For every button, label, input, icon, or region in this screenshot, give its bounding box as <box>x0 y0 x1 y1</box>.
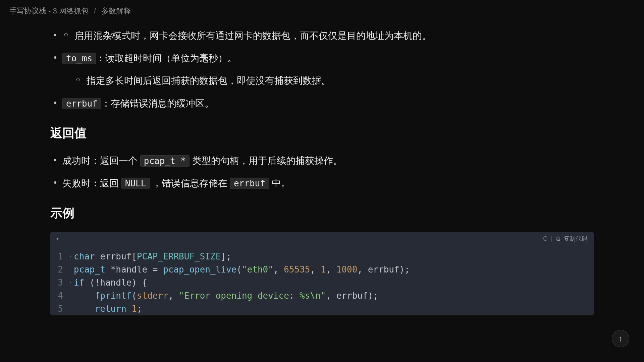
code-line: 5 return 1; <box>50 302 594 315</box>
fold-marker-icon[interactable]: ▾ <box>69 276 74 289</box>
token-punc: { <box>137 278 147 288</box>
section-heading-return: 返回值 <box>50 122 594 144</box>
inline-code: errbuf <box>230 178 269 189</box>
inline-code: NULL <box>121 178 150 189</box>
line-number: 1 <box>50 250 69 263</box>
line-number: 2 <box>50 263 69 276</box>
code-line: 1 ▾ char errbuf[PCAP_ERRBUF_SIZE]; <box>50 250 594 263</box>
text: 类型的句柄，用于后续的捕获操作。 <box>190 156 342 166</box>
token-punc: ( <box>131 291 137 301</box>
token-punc: ( <box>236 264 242 275</box>
code-line: 2 pcap_t *handle = pcap_open_live("eth0"… <box>50 263 594 276</box>
copy-icon[interactable]: ⧉ <box>556 233 560 244</box>
token-punc: * <box>105 264 116 275</box>
token-punc: ; <box>137 304 142 314</box>
collapse-toggle-icon[interactable]: ▾ <box>56 234 59 243</box>
token-punc: ) <box>131 278 137 288</box>
text: ：存储错误消息的缓冲区。 <box>101 98 214 109</box>
list-item: 指定多长时间后返回捕获的数据包，即使没有捕获到数据。 <box>62 72 594 89</box>
arrow-up-icon: ↑ <box>619 334 623 343</box>
token-ident: errbuf <box>336 291 368 301</box>
list-item: 失败时：返回 NULL ，错误信息存储在 errbuf 中。 <box>50 174 594 192</box>
breadcrumb: 手写协议栈 - 3.网络抓包 / 参数解释 <box>0 0 644 22</box>
article-content: 启用混杂模式时，网卡会接收所有通过网卡的数据包，而不仅仅是目的地址为本机的。 t… <box>0 27 644 315</box>
inline-code: to_ms <box>62 53 96 64</box>
token-type: pcap_t <box>74 264 105 275</box>
section-heading-example: 示例 <box>50 202 594 225</box>
code-language-label: C <box>543 233 547 244</box>
fold-marker-icon[interactable]: ▾ <box>69 250 74 263</box>
token-func: pcap_open_live <box>163 264 236 275</box>
inline-code: errbuf <box>62 98 101 109</box>
token-const: PCAP_ERRBUF_SIZE <box>137 251 221 261</box>
token-num: 65535 <box>284 264 310 275</box>
token-ident: handle <box>100 278 131 288</box>
breadcrumb-link-1[interactable]: 手写协议栈 - 3.网络抓包 <box>9 7 89 15</box>
token-space <box>126 304 132 314</box>
token-string: "Error opening device: %s\n" <box>179 291 326 301</box>
token-punc: , <box>310 264 320 275</box>
token-indent <box>74 291 95 301</box>
token-indent <box>74 304 95 314</box>
list-item: errbuf：存储错误消息的缓冲区。 <box>50 95 594 112</box>
token-string: "eth0" <box>242 264 273 275</box>
code-block-header: ▾ C | ⧉ 复制代码 <box>50 232 594 246</box>
token-num: 1 <box>131 304 137 314</box>
token-punc: , <box>326 264 336 275</box>
token-punc: , <box>326 291 336 301</box>
code-block: ▾ C | ⧉ 复制代码 1 ▾ char errbuf[PCAP_ERRBUF… <box>50 232 594 315</box>
line-number: 5 <box>50 302 69 315</box>
token-ident: errbuf <box>368 264 399 275</box>
token-ident: handle <box>116 264 147 275</box>
text: 成功时：返回一个 <box>62 156 140 166</box>
breadcrumb-link-2[interactable]: 参数解释 <box>101 7 131 15</box>
code-line: 3 ▾ if (!handle) { <box>50 276 594 289</box>
token-space <box>84 278 90 288</box>
breadcrumb-separator: / <box>94 7 96 15</box>
token-punc: = <box>147 264 163 275</box>
text: ，错误信息存储在 <box>150 178 230 188</box>
token-punc: ); <box>399 264 410 275</box>
token-func: fprintf <box>95 291 132 301</box>
token-ident: errbuf <box>95 251 132 261</box>
token-num: 1000 <box>336 264 358 275</box>
text: ：读取超时时间（单位为毫秒）。 <box>96 53 237 63</box>
scroll-to-top-button[interactable]: ↑ <box>612 330 629 347</box>
line-number: 4 <box>50 289 69 302</box>
token-num: 1 <box>321 264 326 275</box>
inline-code: pcap_t * <box>140 155 190 167</box>
token-punc: , <box>273 264 284 275</box>
token-punc: ]; <box>221 251 231 261</box>
token-keyword: return <box>95 304 126 314</box>
token-punc: ( <box>90 278 95 288</box>
token-punc: , <box>168 291 179 301</box>
token-type: char <box>74 251 95 261</box>
copy-code-button[interactable]: 复制代码 <box>564 233 588 244</box>
token-punc: ); <box>368 291 378 301</box>
list-item: 成功时：返回一个 pcap_t * 类型的句柄，用于后续的捕获操作。 <box>50 152 594 170</box>
text: 失败时：返回 <box>62 178 121 188</box>
divider: | <box>551 233 552 244</box>
text: 中。 <box>269 178 290 188</box>
token-punc: [ <box>131 251 137 261</box>
code-block-body: 1 ▾ char errbuf[PCAP_ERRBUF_SIZE]; 2 pca… <box>50 246 594 315</box>
token-punc: ! <box>95 278 100 288</box>
code-line: 4 fprintf(stderr, "Error opening device:… <box>50 289 594 302</box>
token-keyword: if <box>74 278 84 288</box>
list-item: to_ms：读取超时时间（单位为毫秒）。 指定多长时间后返回捕获的数据包，即使没… <box>50 49 594 89</box>
line-number: 3 <box>50 276 69 289</box>
token-punc: , <box>357 264 368 275</box>
list-item: 启用混杂模式时，网卡会接收所有通过网卡的数据包，而不仅仅是目的地址为本机的。 <box>50 27 594 45</box>
token-ident: stderr <box>137 291 168 301</box>
